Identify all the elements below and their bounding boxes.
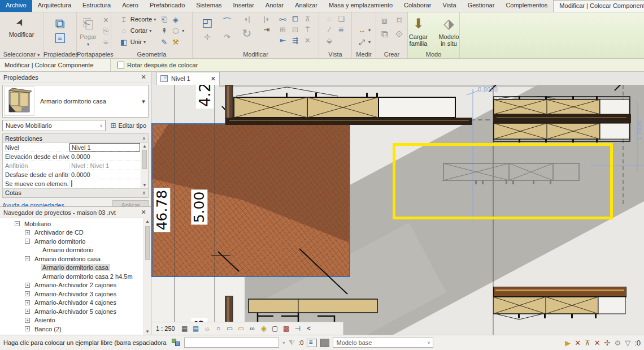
tab-arquitectura[interactable]: Arquitectura: [32, 0, 77, 12]
crop-view-icon[interactable]: ▭: [225, 323, 235, 334]
tree-item[interactable]: Armario dormitorio: [0, 246, 143, 255]
section-restricciones[interactable]: Restricciones ∧: [3, 134, 148, 143]
scale-icon[interactable]: ⊡: [290, 25, 300, 34]
property-value-desfase[interactable]: 0.0000: [69, 171, 148, 178]
create-assembly-icon[interactable]: ⌑: [393, 14, 406, 27]
worksets-icon[interactable]: [172, 339, 181, 347]
split-icon[interactable]: ⧟: [278, 14, 288, 24]
tab-archivo[interactable]: Archivo: [0, 0, 32, 12]
unjoin-icon[interactable]: ⇞: [159, 26, 169, 36]
editable-only-funnel-icon[interactable]: ⧨: [289, 338, 295, 347]
tree-item[interactable]: Armario dormitorio casa 2 h4.5m: [0, 272, 143, 281]
tree-item[interactable]: −Armario dormitorio: [0, 237, 143, 246]
shadows-icon[interactable]: ○: [214, 323, 224, 334]
displaced-elements-icon[interactable]: ▩: [281, 323, 291, 334]
create-parts-icon[interactable]: ⧉: [378, 28, 391, 40]
tab-gestionar[interactable]: Gestionar: [462, 0, 501, 12]
delete-icon[interactable]: ✕: [303, 36, 312, 45]
collapse-section-icon[interactable]: ∧: [142, 136, 146, 141]
tab-anotar[interactable]: Anotar: [260, 0, 289, 12]
filters-gear-icon[interactable]: ⚙: [615, 339, 621, 347]
temporary-hide-icon[interactable]: ∞: [247, 323, 258, 334]
tree-item[interactable]: +Asiento: [0, 316, 143, 325]
align-icon[interactable]: ◰: [199, 14, 216, 31]
rotate-icon[interactable]: ↻: [238, 25, 255, 42]
match-type-icon[interactable]: ⌯: [101, 37, 111, 46]
properties-scrollbar[interactable]: ▲ ▼: [141, 143, 148, 188]
section-cotas[interactable]: Cotas ∧: [3, 188, 148, 197]
select-underlay-icon[interactable]: ✕: [575, 339, 581, 347]
unpin-icon[interactable]: ⊼: [303, 14, 312, 24]
model-view[interactable]: 46.78 5.00 8 0.8000 1.7000: [151, 85, 644, 335]
worksets-input[interactable]: [184, 338, 279, 348]
tree-item[interactable]: +Armario-Archivador 3 cajones: [0, 289, 143, 299]
tree-item[interactable]: +Armario-Archivador 4 cajones: [0, 299, 143, 308]
edit-type-button[interactable]: ⊞ Editar tipo: [108, 120, 149, 131]
instance-filter-select[interactable]: Nuevo Mobiliario ˅: [2, 120, 106, 131]
design-option-select[interactable]: Modelo base ˅: [333, 338, 433, 348]
tree-item[interactable]: −Mobiliario: [0, 219, 143, 228]
properties-button[interactable]: ⧉ ≡: [49, 14, 71, 44]
tree-item[interactable]: +Banco (2): [0, 325, 143, 334]
moves-with-elements-checkbox[interactable]: [71, 180, 72, 187]
tab-colaborar[interactable]: Colaborar: [398, 0, 437, 12]
property-value-nivel[interactable]: Nivel 1: [69, 143, 140, 152]
split-gap-icon[interactable]: ⧠: [290, 14, 300, 24]
wall-joins-icon[interactable]: ⎗: [159, 15, 169, 24]
tab-masa-y-emplazamiento[interactable]: Masa y emplazamiento: [323, 0, 398, 12]
cut-icon[interactable]: ✕: [101, 15, 111, 25]
tab-sistemas[interactable]: Sistemas: [190, 0, 227, 12]
hide-icon[interactable]: ◌: [325, 14, 334, 24]
pin-icon[interactable]: ⍑: [303, 25, 312, 34]
tree-item[interactable]: +Archivador de CD: [0, 228, 143, 237]
select-links-icon[interactable]: ▶: [565, 339, 571, 347]
view-tab-nivel-1[interactable]: Nivel 1 ✕: [156, 72, 220, 85]
tab-insertar[interactable]: Insertar: [228, 0, 260, 12]
component-placement-preview[interactable]: [442, 162, 584, 188]
drag-on-selection-icon[interactable]: ✢: [604, 339, 611, 347]
paint-group-icon[interactable]: ⬡: [171, 26, 180, 36]
editing-requests-icon[interactable]: [307, 339, 317, 347]
override-graphics-icon[interactable]: ❏: [337, 14, 346, 24]
scale-button[interactable]: 1 : 250: [154, 325, 179, 332]
move-icon[interactable]: ✢: [199, 32, 216, 42]
dimension-button[interactable]: ⤢▾: [357, 37, 371, 47]
show-crop-region-icon[interactable]: ▭: [236, 323, 246, 334]
model-in-place-button[interactable]: ⬗ Modelo in situ: [435, 14, 463, 48]
tab-vista[interactable]: Vista: [437, 0, 462, 12]
reveal-constraints-icon[interactable]: ⊣: [293, 323, 303, 334]
copy-icon[interactable]: ⎘: [101, 26, 111, 36]
create-similar-icon[interactable]: ⟐: [393, 28, 406, 40]
tree-item[interactable]: +Armario-Archivador 2 cajones: [0, 281, 143, 290]
wardrobe-bottom-right[interactable]: [493, 287, 626, 322]
paste-button[interactable]: ⎗ Pegar ▾: [77, 14, 99, 49]
array-icon[interactable]: ⊞: [278, 25, 288, 34]
mirror-axis-icon[interactable]: |◗: [258, 14, 275, 24]
wardrobe-top-left[interactable]: [225, 85, 473, 126]
tab-prefabricado[interactable]: Prefabricado: [144, 0, 190, 12]
detail-level-icon[interactable]: ▦: [180, 323, 190, 334]
tab-analizar[interactable]: Analizar: [289, 0, 323, 12]
join-button[interactable]: ◧Unir▾: [119, 37, 156, 47]
load-family-button[interactable]: ⬇ Cargar familia: [404, 14, 433, 48]
reveal-hidden-icon[interactable]: ◉: [259, 323, 269, 334]
linework-icon[interactable]: ∕: [325, 25, 334, 34]
create-group-icon[interactable]: ⧇: [378, 14, 391, 27]
tree-item-selected[interactable]: Armario dormitorio casa: [0, 263, 143, 273]
type-selector-dropdown-icon[interactable]: ▾: [139, 98, 148, 105]
view-cube-icon[interactable]: ⬙: [325, 36, 334, 45]
trim-corner-icon[interactable]: ⇥: [258, 25, 275, 34]
tab-acero[interactable]: Acero: [116, 0, 144, 12]
close-view-icon[interactable]: ✕: [211, 75, 216, 83]
temporary-view-properties-icon[interactable]: ▢: [270, 323, 280, 334]
panel-label-seleccionar[interactable]: Seleccionar ▾: [0, 51, 43, 58]
close-icon[interactable]: ✕: [140, 74, 147, 81]
select-by-face-icon[interactable]: ✕: [594, 339, 601, 347]
drawing-area[interactable]: Nivel 1 ✕: [151, 72, 644, 335]
trim-single-icon[interactable]: ⇤: [278, 36, 288, 45]
tab-estructura[interactable]: Estructura: [77, 0, 116, 12]
collapse-bar-icon[interactable]: <: [304, 323, 314, 334]
paint-icon[interactable]: ✎: [159, 37, 169, 47]
measure-button[interactable]: ↔▾: [357, 25, 371, 36]
cope-button[interactable]: ⌶Recorte▾: [119, 14, 156, 24]
